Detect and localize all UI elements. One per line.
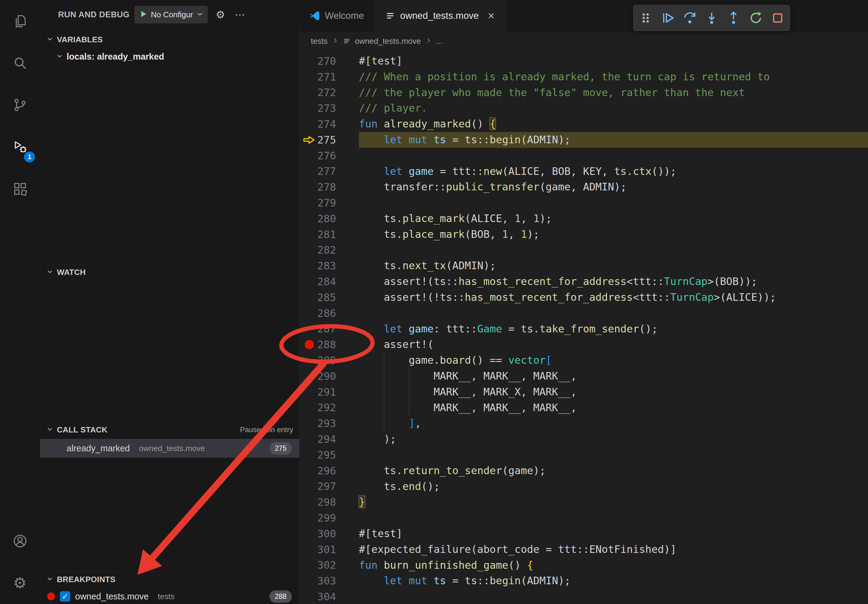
call-stack-section-header[interactable]: CALL STACK Paused on entry	[40, 422, 299, 438]
code-line-content[interactable]: MARK__, MARK__, MARK__,	[359, 368, 868, 384]
gutter[interactable]: 280	[299, 211, 359, 226]
breakpoints-section-header[interactable]: BREAKPOINTS	[40, 571, 299, 587]
gutter[interactable]: 283	[299, 258, 359, 274]
code-line-content[interactable]: /// the player who made the "false" move…	[359, 85, 868, 101]
breakpoint-checkbox[interactable]: ✓	[60, 591, 70, 602]
gutter[interactable]: 282	[299, 242, 359, 258]
code-line-content[interactable]: fun burn_unfinished_game() {	[359, 558, 868, 573]
breakpoint-dot-icon[interactable]	[305, 340, 314, 349]
gutter[interactable]: 284	[299, 274, 359, 290]
step-over-button[interactable]	[680, 8, 699, 28]
code-line-content[interactable]: /// When a position is already marked, t…	[359, 69, 868, 85]
code-line-content[interactable]: #[expected_failure(abort_code = ttt::ENo…	[359, 542, 868, 558]
activity-item-source-control[interactable]	[0, 84, 40, 126]
breadcrumb-item-symbol[interactable]: ...	[436, 37, 443, 46]
activity-item-extensions[interactable]	[0, 168, 40, 210]
code-line-content[interactable]: let mut ts = ts::begin(ADMIN);	[359, 132, 868, 148]
gutter[interactable]: 275	[299, 132, 359, 148]
code-line-content[interactable]: );	[359, 431, 868, 447]
code-line-content[interactable]: let game = ttt::new(ALICE, BOB, KEY, ts.…	[359, 164, 868, 180]
code-line-content[interactable]	[359, 195, 868, 211]
restart-button[interactable]	[746, 8, 766, 28]
activity-item-search[interactable]	[0, 42, 40, 84]
gutter[interactable]: 293	[299, 415, 359, 431]
gutter[interactable]: 295	[299, 447, 359, 463]
variables-section-header[interactable]: VARIABLES	[40, 32, 299, 48]
gutter[interactable]: 272	[299, 85, 359, 101]
gutter[interactable]: 297	[299, 479, 359, 494]
gutter[interactable]: 279	[299, 195, 359, 211]
breakpoint-row[interactable]: ✓ owned_tests.move tests 288	[40, 588, 299, 604]
step-out-button[interactable]	[724, 8, 743, 28]
code-line-content[interactable]: let mut ts = ts::begin(ADMIN);	[359, 573, 868, 589]
code-line-content[interactable]: ],	[359, 415, 868, 431]
code-line-content[interactable]: transfer::public_transfer(game, ADMIN);	[359, 179, 868, 195]
code-line-content[interactable]: MARK__, MARK_X, MARK__,	[359, 384, 868, 400]
start-debugging-icon[interactable]	[139, 9, 148, 20]
code-line-content[interactable]: game.board() == vector[	[359, 353, 868, 368]
gutter[interactable]: 278	[299, 179, 359, 195]
code-line-content[interactable]	[359, 589, 868, 604]
more-actions-icon[interactable]: ⋯	[233, 8, 246, 21]
gutter[interactable]: 287	[299, 321, 359, 337]
continue-button[interactable]	[658, 8, 677, 28]
gutter[interactable]: 292	[299, 400, 359, 416]
gutter[interactable]: 302	[299, 558, 359, 573]
tab-owned_tests.move[interactable]: owned_tests.move	[375, 0, 506, 32]
gutter[interactable]: 303	[299, 573, 359, 589]
code-line-content[interactable]: }	[359, 494, 868, 510]
stop-button[interactable]	[768, 8, 787, 28]
gutter[interactable]: 270	[299, 53, 359, 69]
close-tab-icon[interactable]	[487, 11, 496, 20]
gutter[interactable]: 286	[299, 305, 359, 321]
gutter[interactable]: 271	[299, 69, 359, 85]
gutter[interactable]: 299	[299, 510, 359, 526]
code-line-content[interactable]	[359, 305, 868, 321]
code-line-content[interactable]: ts.end();	[359, 479, 868, 494]
code-line-content[interactable]: #[test]	[359, 53, 868, 69]
code-line-content[interactable]: MARK__, MARK__, MARK__,	[359, 400, 868, 416]
gutter[interactable]: 296	[299, 463, 359, 479]
activity-item-settings-gear[interactable]: ⚙	[0, 562, 40, 604]
code-line-content[interactable]: /// player.	[359, 101, 868, 116]
debug-config-dropdown[interactable]: No Configur	[135, 6, 208, 23]
gear-icon[interactable]: ⚙	[214, 8, 227, 21]
variables-scope-row[interactable]: locals: already_marked	[40, 49, 299, 65]
code-line-content[interactable]	[359, 148, 868, 164]
code-line-content[interactable]	[359, 510, 868, 526]
watch-section-header[interactable]: WATCH	[40, 264, 299, 280]
gutter[interactable]: 277	[299, 164, 359, 180]
gutter[interactable]: 294	[299, 431, 359, 447]
gutter[interactable]: 288	[299, 337, 359, 353]
code-line-content[interactable]: assert!(	[359, 337, 868, 353]
gutter[interactable]: 274	[299, 116, 359, 132]
gutter[interactable]: 289	[299, 353, 359, 368]
breadcrumb-item-tests[interactable]: tests	[311, 37, 327, 46]
gutter[interactable]: 298	[299, 494, 359, 510]
gutter[interactable]: 276	[299, 148, 359, 164]
tab-welcome[interactable]: Welcome	[299, 0, 375, 32]
code-line-content[interactable]: assert!(ts::has_most_recent_for_address<…	[359, 274, 868, 290]
code-line-content[interactable]: ts.place_mark(BOB, 1, 1);	[359, 226, 868, 242]
gutter[interactable]: 301	[299, 542, 359, 558]
activity-item-run-and-debug[interactable]: 1	[0, 126, 40, 168]
activity-item-explorer[interactable]	[0, 0, 40, 42]
step-into-button[interactable]	[702, 8, 721, 28]
code-line-content[interactable]: #[test]	[359, 526, 868, 542]
code-line-content[interactable]: let game: ttt::Game = ts.take_from_sende…	[359, 321, 868, 337]
code-line-content[interactable]: ts.place_mark(ALICE, 1, 1);	[359, 211, 868, 226]
gutter[interactable]: 273	[299, 101, 359, 116]
code-line-content[interactable]	[359, 447, 868, 463]
code-line-content[interactable]: ts.next_tx(ADMIN);	[359, 258, 868, 274]
gutter[interactable]: 281	[299, 226, 359, 242]
gutter[interactable]: 285	[299, 290, 359, 305]
gutter[interactable]: 304	[299, 589, 359, 604]
toolbar-drag-handle[interactable]	[636, 8, 656, 28]
gutter[interactable]: 291	[299, 384, 359, 400]
gutter[interactable]: 290	[299, 368, 359, 384]
code-line-content[interactable]: ts.return_to_sender(game);	[359, 463, 868, 479]
code-line-content[interactable]	[359, 242, 868, 258]
code-line-content[interactable]: fun already_marked() {	[359, 116, 868, 132]
breadcrumb-item-file[interactable]: owned_tests.move	[355, 37, 421, 46]
gutter[interactable]: 300	[299, 526, 359, 542]
